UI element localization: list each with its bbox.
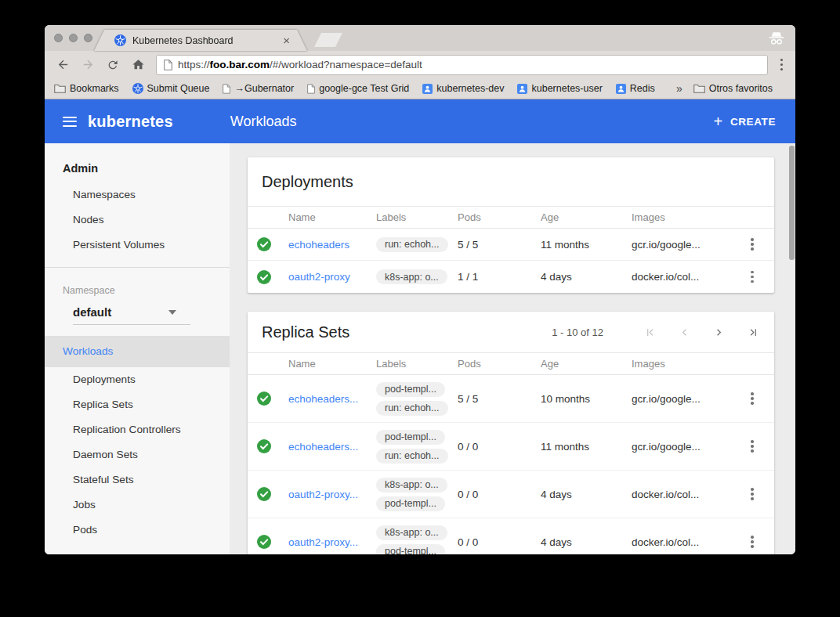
bookmark-label: kubernetes-user	[531, 83, 602, 94]
row-menu-button[interactable]	[747, 267, 758, 287]
next-page-icon[interactable]	[711, 325, 726, 339]
close-window-button[interactable]	[54, 34, 63, 42]
table-row: echoheaders run: echoh... 5 / 5 11 month…	[248, 229, 774, 261]
page-icon	[307, 84, 315, 94]
table-row: echoheaders... pod-templ...run: echoh...…	[248, 375, 774, 423]
sidebar-item-daemon-sets[interactable]: Daemon Sets	[45, 442, 230, 467]
bookmark-google-gce-test-grid[interactable]: google-gce Test Grid	[307, 83, 409, 94]
table-row: echoheaders... pod-templ...run: echoh...…	[248, 423, 774, 471]
pods-cell: 0 / 0	[458, 536, 541, 548]
column-header-pods: Pods	[458, 211, 541, 223]
groups-icon	[422, 84, 433, 94]
column-header-age: Age	[541, 358, 632, 370]
column-header-images: Images	[632, 211, 730, 223]
minimize-window-button[interactable]	[69, 34, 78, 42]
tab-close-icon[interactable]: ×	[283, 34, 290, 46]
back-button[interactable]	[52, 55, 73, 75]
table-header-row: NameLabelsPodsAgeImages	[248, 206, 774, 229]
main-content: Deployments NameLabelsPodsAgeImages echo…	[230, 143, 795, 554]
chevron-down-icon	[168, 310, 176, 315]
status-ok-icon	[257, 535, 271, 549]
images-cell: docker.io/col...	[632, 489, 730, 500]
sidebar-item-jobs[interactable]: Jobs	[45, 493, 230, 518]
sidebar-item-pods[interactable]: Pods	[45, 518, 230, 543]
first-page-icon	[643, 325, 657, 339]
row-menu-button[interactable]	[747, 436, 758, 456]
resource-link[interactable]: echoheaders	[288, 239, 349, 251]
bookmark-kubernetes-dev[interactable]: kubernetes-dev	[422, 83, 504, 94]
resource-link[interactable]: oauth2-proxy...	[288, 489, 358, 500]
bookmarks-bar: BookmarksSubmit Queue→Gubernatorgoogle-g…	[45, 78, 795, 99]
table-row: oauth2-proxy... k8s-app: o...pod-templ..…	[248, 518, 774, 554]
sidebar-divider	[45, 267, 230, 268]
sidebar-item-workloads[interactable]: Workloads	[45, 336, 230, 367]
browser-toolbar: https://foo.bar.com/#/workload?namespace…	[45, 51, 795, 78]
bookmark-kubernetes-user[interactable]: kubernetes-user	[517, 83, 602, 94]
column-header-name: Name	[288, 358, 376, 370]
resource-link[interactable]: oauth2-proxy	[288, 271, 350, 283]
hamburger-menu-icon[interactable]	[63, 117, 77, 127]
browser-tab[interactable]: Kubernetes Dashboard ×	[94, 30, 307, 51]
namespace-select[interactable]: default	[73, 305, 190, 325]
address-bar[interactable]: https://foo.bar.com/#/workload?namespace…	[156, 55, 768, 75]
pods-cell: 0 / 0	[458, 441, 541, 453]
pods-cell: 0 / 0	[458, 489, 541, 500]
pagination: 1 - 10 of 12	[552, 325, 760, 339]
sidebar-item-admin[interactable]: Admin	[45, 154, 230, 182]
sidebar: Admin NamespacesNodesPersistent Volumes …	[45, 143, 230, 554]
table-header-row: NameLabelsPodsAgeImages	[248, 352, 774, 375]
sidebar-item-stateful-sets[interactable]: Stateful Sets	[45, 467, 230, 493]
sidebar-item-replication-controllers[interactable]: Replication Controllers	[45, 417, 230, 442]
sidebar-item-nodes[interactable]: Nodes	[45, 207, 230, 233]
age-cell: 11 months	[541, 441, 632, 453]
column-header-age: Age	[541, 211, 632, 223]
sidebar-item-replica-sets[interactable]: Replica Sets	[45, 392, 230, 417]
browser-menu-button[interactable]	[776, 54, 788, 76]
table-row: oauth2-proxy k8s-app: o... 1 / 1 4 days …	[248, 261, 774, 293]
groups-icon	[616, 84, 626, 94]
sidebar-item-persistent-volumes[interactable]: Persistent Volumes	[45, 233, 230, 258]
last-page-icon[interactable]	[746, 325, 760, 339]
row-menu-button[interactable]	[747, 532, 758, 552]
bookmarks-overflow-chevron[interactable]: »	[676, 82, 682, 95]
browser-titlebar: Kubernetes Dashboard ×	[45, 25, 795, 51]
status-ok-icon	[257, 237, 271, 251]
age-cell: 4 days	[541, 536, 632, 548]
kubernetes-logo[interactable]: kubernetes	[88, 113, 173, 131]
pods-cell: 5 / 5	[458, 239, 541, 251]
images-cell: gcr.io/google...	[632, 239, 730, 251]
tab-title: Kubernetes Dashboard	[132, 35, 234, 46]
column-header-pods: Pods	[458, 358, 541, 370]
row-menu-button[interactable]	[747, 484, 758, 504]
label-chip: k8s-app: o...	[376, 525, 447, 540]
row-menu-button[interactable]	[747, 388, 758, 409]
namespace-label: Namespace	[45, 277, 230, 296]
resource-link[interactable]: echoheaders...	[288, 393, 358, 405]
bookmark-submit-queue[interactable]: Submit Queue	[132, 83, 210, 94]
zoom-window-button[interactable]	[84, 34, 92, 42]
bookmark-label: google-gce Test Grid	[319, 83, 409, 94]
page-icon	[164, 60, 172, 70]
forward-button	[78, 55, 98, 75]
home-button[interactable]	[128, 55, 148, 75]
resource-link[interactable]: oauth2-proxy...	[288, 536, 358, 548]
bookmark-label: →Gubernator	[234, 83, 294, 94]
plus-icon: +	[714, 114, 723, 129]
folder-icon	[54, 84, 66, 93]
sidebar-item-namespaces[interactable]: Namespaces	[45, 182, 230, 207]
new-tab-button[interactable]	[314, 33, 342, 47]
label-chip: run: echoh...	[376, 401, 448, 416]
row-menu-button[interactable]	[747, 234, 758, 254]
bookmark-label: kubernetes-dev	[436, 83, 504, 94]
bookmark-otros-favoritos[interactable]: Otros favoritos	[693, 83, 773, 94]
bookmark-redis[interactable]: Redis	[616, 83, 655, 94]
bookmark-bookmarks[interactable]: Bookmarks	[54, 83, 119, 94]
sidebar-item-deployments[interactable]: Deployments	[45, 367, 230, 392]
images-cell: gcr.io/google...	[632, 441, 730, 453]
age-cell: 4 days	[541, 271, 632, 283]
create-button[interactable]: + CREATE	[714, 114, 776, 129]
page-scrollbar[interactable]	[789, 146, 795, 260]
reload-button[interactable]	[103, 55, 123, 75]
resource-link[interactable]: echoheaders...	[288, 441, 358, 453]
bookmark-gubernator[interactable]: →Gubernator	[223, 83, 294, 94]
